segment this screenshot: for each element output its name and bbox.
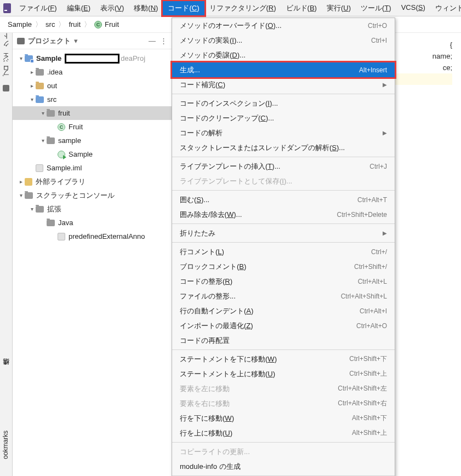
menu-shortcut: Alt+Insert: [359, 66, 387, 74]
folder-icon: [36, 83, 44, 89]
chevron-right-icon: 〉: [35, 20, 42, 30]
collapse-icon[interactable]: —: [149, 37, 156, 45]
menu-item[interactable]: コード補完(C)▶: [172, 77, 395, 92]
tool-bookmarks[interactable]: ookmarks: [0, 427, 11, 462]
menu-shortcut: Ctrl+Alt+Shift+右: [338, 399, 387, 408]
menu-w[interactable]: ウィンドウ(W): [430, 1, 461, 15]
menu-shortcut: Ctrl+Alt+O: [356, 322, 387, 330]
menu-f[interactable]: ファイル(F): [14, 1, 62, 15]
menu-t[interactable]: ツール(T): [356, 1, 396, 15]
tree-node-java[interactable]: Java: [13, 216, 172, 230]
menu-r[interactable]: リファクタリング(R): [204, 1, 281, 15]
tool-project[interactable]: プロジェクト: [0, 33, 13, 95]
code-menu-dropdown[interactable]: メソッドのオーバーライド(O)...Ctrl+Oメソッドの実装(I)...Ctr…: [172, 18, 395, 476]
menu-c[interactable]: コード(C): [163, 1, 204, 15]
menu-item[interactable]: 生成...Alt+Insert: [172, 62, 395, 77]
menu-item[interactable]: コードのインスペクション(I)...: [172, 96, 395, 111]
menu-u[interactable]: 実行(U): [322, 1, 356, 15]
menu-item[interactable]: スタックトレースまたはスレッドダンプの解析(S)...: [172, 140, 395, 155]
tree-node-src[interactable]: ▾src: [13, 93, 172, 106]
crumb-class[interactable]: Fruit: [105, 20, 119, 28]
menu-item[interactable]: module-info の生成: [172, 459, 395, 474]
project-tree[interactable]: ▾SampledeaProj ▸.idea ▸out ▾src ▾fruit C…: [13, 49, 172, 245]
menu-item[interactable]: 行を下に移動(W)Alt+Shift+下: [172, 411, 395, 426]
menu-item[interactable]: 囲む(S)...Ctrl+Alt+T: [172, 192, 395, 207]
menu-item[interactable]: 行の自動インデント(A)Ctrl+Alt+I: [172, 303, 395, 318]
menu-item[interactable]: ブロックコメント(B)Ctrl+Shift+/: [172, 259, 395, 274]
tree-node-iml[interactable]: Sample.iml: [13, 161, 172, 175]
menu-item[interactable]: 行を上に移動(U)Alt+Shift+上: [172, 426, 395, 440]
tool-strip: プロジェクト 構造 ookmarks: [0, 33, 13, 476]
more-icon[interactable]: ⋮: [160, 37, 167, 45]
tree-node-pred[interactable]: predefinedExternalAnno: [13, 230, 172, 243]
menu-item[interactable]: ファイルの整形...Ctrl+Alt+Shift+L: [172, 289, 395, 303]
submenu-arrow-icon: ▶: [383, 130, 387, 136]
tree-node-idea[interactable]: ▸.idea: [13, 65, 172, 79]
menu-item-label: コードの解析: [180, 128, 378, 138]
tree-label: src: [47, 95, 56, 104]
menu-s[interactable]: VCS(S): [396, 1, 430, 15]
menu-e[interactable]: 編集(E): [62, 1, 95, 15]
tree-node-sample-class[interactable]: Sample: [13, 147, 172, 161]
menu-item-label: スタックトレースまたはスレッドダンプの解析(S)...: [180, 143, 387, 153]
crumb-pkg[interactable]: fruit: [69, 20, 81, 28]
tree-node-ext-lib[interactable]: ▸外部ライブラリ: [13, 175, 172, 188]
tree-path-tail: deaProj: [121, 54, 145, 62]
tree-node-scratch[interactable]: ▾スクラッチとコンソール: [13, 188, 172, 202]
menu-item[interactable]: メソッドの委譲(D)...: [172, 48, 395, 62]
menu-shortcut: Ctrl+Alt+Shift+左: [338, 384, 387, 393]
menu-item-label: コピーライトの更新...: [180, 447, 387, 457]
tree-label: .idea: [47, 68, 62, 76]
menu-item[interactable]: メソッドの実装(I)...Ctrl+I: [172, 33, 395, 48]
tree-label: スクラッチとコンソール: [36, 191, 115, 200]
tree-label: Java: [58, 219, 73, 227]
menu-item-label: メソッドの委譲(D)...: [180, 50, 387, 60]
menu-separator: [172, 190, 395, 191]
tree-node-out[interactable]: ▸out: [13, 79, 172, 93]
tree-node-fruit-class[interactable]: CFruit: [13, 120, 172, 134]
menu-item[interactable]: コードの解析▶: [172, 125, 395, 140]
tool-label: ookmarks: [2, 431, 9, 459]
menu-item: コピーライトの更新...: [172, 444, 395, 459]
menu-item[interactable]: コードのクリーンアップ(C)...: [172, 111, 395, 125]
menu-item-label: 折りたたみ: [180, 228, 378, 238]
menu-item-label: 囲み除去/除去(W)...: [180, 210, 337, 220]
menu-item: ライブテンプレートとして保存(I)...: [172, 174, 395, 188]
crumb-src[interactable]: src: [45, 20, 55, 28]
package-icon: [47, 110, 55, 117]
menu-item-label: 行の自動インデント(A): [180, 306, 360, 316]
menu-item[interactable]: 囲み除去/除去(W)...Ctrl+Shift+Delete: [172, 207, 395, 222]
menu-separator: [172, 157, 395, 157]
menu-shortcut: Ctrl+I: [371, 37, 387, 44]
tree-node-sample-pkg[interactable]: ▾sample: [13, 134, 172, 147]
menu-separator: [172, 349, 395, 350]
menu-item[interactable]: メソッドのオーバーライド(O)...Ctrl+O: [172, 18, 395, 33]
tool-structure[interactable]: 構造: [0, 367, 13, 374]
chevron-down-icon[interactable]: ▾: [74, 37, 78, 45]
tree-label: Sample.iml: [47, 164, 82, 172]
menu-shortcut: Alt+Shift+上: [352, 428, 387, 438]
tree-label: 拡張: [47, 204, 61, 214]
menu-item[interactable]: 行コメント(L)Ctrl+/: [172, 244, 395, 259]
menu-item-label: コードの整形(R): [180, 277, 358, 286]
menu-item-label: module-info の生成: [180, 462, 387, 472]
menu-item[interactable]: インポートの最適化(Z)Ctrl+Alt+O: [172, 318, 395, 333]
folder-icon: [36, 206, 44, 213]
menu-item[interactable]: コードの再配置: [172, 333, 395, 348]
menu-n[interactable]: 移動(N): [129, 1, 163, 15]
tree-node-ext[interactable]: ▾拡張: [13, 202, 172, 216]
tree-node-sample[interactable]: ▾SampledeaProj: [13, 51, 172, 65]
tree-label: Sample: [69, 150, 93, 158]
menu-item-label: ライブテンプレートの挿入(T)...: [180, 162, 369, 171]
menu-v[interactable]: 表示(V): [95, 1, 129, 15]
menu-item[interactable]: 折りたたみ▶: [172, 226, 395, 240]
menu-b[interactable]: ビルド(B): [281, 1, 322, 15]
menu-item[interactable]: ステートメントを下に移動(W)Ctrl+Shift+下: [172, 352, 395, 366]
menu-item[interactable]: コードの整形(R)Ctrl+Alt+L: [172, 274, 395, 289]
menu-item[interactable]: ライブテンプレートの挿入(T)...Ctrl+J: [172, 159, 395, 174]
menu-item-label: ファイルの整形...: [180, 291, 341, 301]
menu-separator: [172, 242, 395, 243]
crumb-root[interactable]: Sample: [8, 20, 32, 28]
tree-node-fruit[interactable]: ▾fruit: [13, 106, 172, 120]
menu-item[interactable]: ステートメントを上に移動(U)Ctrl+Shift+上: [172, 366, 395, 381]
